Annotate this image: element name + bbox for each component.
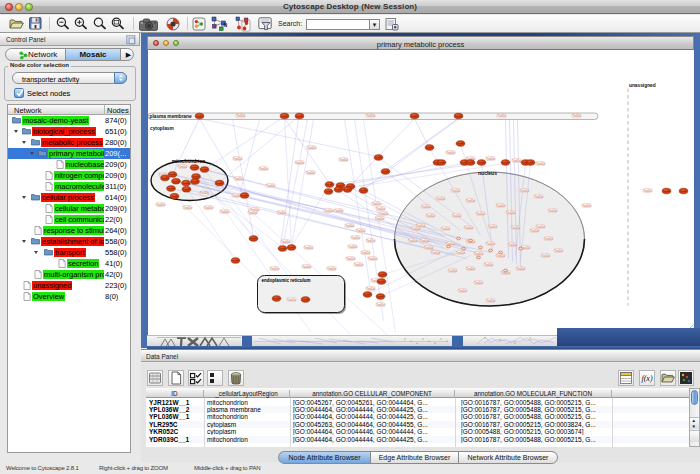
- svg-text:Yxx00x: Yxx00x: [454, 114, 462, 116]
- svg-text:Yxx00x: Yxx00x: [307, 145, 316, 149]
- svg-text:Yxx00x: Yxx00x: [259, 166, 268, 170]
- svg-text:Yxx00x: Yxx00x: [287, 297, 296, 301]
- svg-text:Yxx00x: Yxx00x: [424, 245, 433, 249]
- svg-text:Yxx00x: Yxx00x: [281, 239, 290, 243]
- svg-text:Yxx00x: Yxx00x: [508, 242, 517, 246]
- svg-text:Yxx00x: Yxx00x: [516, 266, 525, 270]
- svg-text:Yxx00x: Yxx00x: [376, 302, 385, 306]
- svg-text:endoplasmic reticulum: endoplasmic reticulum: [261, 277, 310, 282]
- svg-text:Yxx00x: Yxx00x: [582, 203, 591, 207]
- svg-text:Yxx00x: Yxx00x: [411, 226, 420, 230]
- svg-text:Yxx00x: Yxx00x: [520, 188, 529, 192]
- svg-text:Yxx00x: Yxx00x: [345, 223, 354, 227]
- svg-text:Yxx00x: Yxx00x: [278, 247, 286, 249]
- svg-text:Yxx00x: Yxx00x: [348, 244, 357, 248]
- svg-text:Yxx00x: Yxx00x: [182, 188, 190, 190]
- svg-text:Yxx00x: Yxx00x: [431, 250, 440, 254]
- svg-text:Yxx00x: Yxx00x: [456, 250, 465, 254]
- svg-text:Yxx00x: Yxx00x: [368, 256, 377, 260]
- svg-text:Yxx00x: Yxx00x: [195, 114, 203, 116]
- svg-text:Yxx00x: Yxx00x: [295, 114, 303, 116]
- svg-text:Yxx00x: Yxx00x: [548, 208, 557, 212]
- svg-text:unassigned: unassigned: [629, 82, 656, 87]
- svg-text:Yxx00x: Yxx00x: [324, 208, 333, 212]
- svg-text:Yxx00x: Yxx00x: [536, 224, 545, 228]
- svg-text:Yxx00x: Yxx00x: [361, 250, 370, 254]
- svg-text:Yxx00x: Yxx00x: [167, 187, 175, 189]
- svg-text:Yxx00x: Yxx00x: [426, 213, 435, 217]
- svg-text:Yxx00x: Yxx00x: [474, 280, 483, 284]
- svg-text:Yxx00x: Yxx00x: [191, 180, 199, 182]
- svg-text:Yxx00x: Yxx00x: [346, 256, 355, 260]
- svg-text:Yxx00x: Yxx00x: [204, 205, 213, 209]
- svg-text:Yxx00x: Yxx00x: [301, 298, 309, 300]
- svg-text:Yxx00x: Yxx00x: [190, 166, 198, 168]
- svg-text:Yxx00x: Yxx00x: [343, 188, 351, 190]
- svg-text:Yxx00x: Yxx00x: [334, 208, 343, 212]
- svg-text:Yxx00x: Yxx00x: [354, 262, 363, 266]
- svg-text:Yxx00x: Yxx00x: [374, 156, 382, 158]
- svg-text:Yxx00x: Yxx00x: [272, 297, 280, 299]
- svg-text:Yxx00x: Yxx00x: [486, 241, 495, 245]
- svg-text:Yxx00x: Yxx00x: [325, 183, 333, 185]
- svg-text:Yxx00x: Yxx00x: [554, 248, 563, 252]
- svg-text:Yxx00x: Yxx00x: [270, 266, 279, 270]
- svg-text:Yxx00x: Yxx00x: [496, 253, 505, 257]
- svg-text:plasma membrane: plasma membrane: [149, 114, 191, 119]
- svg-text:Yxx00x: Yxx00x: [327, 266, 336, 270]
- svg-text:Yxx00x: Yxx00x: [170, 195, 178, 197]
- svg-text:Yxx00x: Yxx00x: [234, 176, 243, 180]
- svg-text:Yxx00x: Yxx00x: [375, 216, 384, 220]
- svg-text:Yxx00x: Yxx00x: [526, 161, 534, 163]
- svg-text:Yxx00x: Yxx00x: [295, 160, 304, 164]
- svg-text:Yxx00x: Yxx00x: [425, 146, 433, 148]
- svg-text:Yxx00x: Yxx00x: [512, 158, 521, 162]
- svg-text:f(x): f(x): [641, 374, 652, 383]
- svg-text:Yxx00x: Yxx00x: [381, 170, 389, 172]
- svg-text:Yxx00x: Yxx00x: [536, 161, 545, 165]
- svg-text:Yxx00x: Yxx00x: [304, 245, 313, 249]
- svg-text:Yxx00x: Yxx00x: [446, 150, 455, 154]
- svg-text:Yxx00x: Yxx00x: [476, 211, 485, 215]
- svg-text:Yxx00x: Yxx00x: [168, 173, 176, 175]
- svg-text:Yxx00x: Yxx00x: [199, 191, 208, 195]
- svg-text:Yxx00x: Yxx00x: [662, 189, 670, 191]
- svg-text:Yxx00x: Yxx00x: [302, 264, 311, 268]
- svg-text:Yxx00x: Yxx00x: [324, 190, 332, 192]
- svg-text:Yxx00x: Yxx00x: [474, 251, 483, 255]
- svg-text:Yxx00x: Yxx00x: [436, 196, 445, 200]
- svg-text:Yxx00x: Yxx00x: [496, 203, 505, 207]
- svg-text:Yxx00x: Yxx00x: [178, 164, 187, 168]
- svg-text:Yxx00x: Yxx00x: [378, 273, 386, 275]
- svg-text:Yxx00x: Yxx00x: [441, 226, 450, 230]
- svg-text:Yxx00x: Yxx00x: [192, 175, 200, 177]
- svg-text:Yxx00x: Yxx00x: [488, 224, 497, 228]
- svg-text:Yxx00x: Yxx00x: [376, 206, 385, 210]
- svg-text:Yxx00x: Yxx00x: [356, 228, 365, 232]
- svg-text:mitochondrion: mitochondrion: [171, 159, 205, 164]
- svg-text:Yxx00x: Yxx00x: [511, 225, 520, 229]
- svg-text:Yxx00x: Yxx00x: [643, 188, 652, 192]
- svg-text:Yxx00x: Yxx00x: [437, 161, 445, 163]
- svg-text:Yxx00x: Yxx00x: [363, 293, 371, 295]
- svg-text:Yxx00x: Yxx00x: [448, 268, 457, 272]
- svg-text:Yxx00x: Yxx00x: [464, 225, 473, 229]
- svg-text:Yxx00x: Yxx00x: [277, 210, 286, 214]
- svg-text:cytoplasm: cytoplasm: [150, 126, 174, 131]
- svg-text:Yxx00x: Yxx00x: [466, 266, 475, 270]
- svg-text:Yxx00x: Yxx00x: [486, 298, 495, 302]
- svg-text:Yxx00x: Yxx00x: [497, 114, 506, 118]
- svg-text:Yxx00x: Yxx00x: [477, 161, 485, 163]
- svg-text:Yxx00x: Yxx00x: [366, 114, 375, 118]
- svg-text:nucleus: nucleus: [478, 170, 497, 176]
- svg-text:Yxx00x: Yxx00x: [156, 202, 165, 206]
- svg-text:Yxx00x: Yxx00x: [182, 181, 190, 183]
- svg-text:Yxx00x: Yxx00x: [240, 194, 248, 196]
- svg-text:Yxx00x: Yxx00x: [366, 238, 375, 242]
- svg-text:Yxx00x: Yxx00x: [484, 262, 493, 266]
- svg-text:Yxx00x: Yxx00x: [501, 161, 509, 163]
- svg-text:Yxx00x: Yxx00x: [200, 168, 208, 170]
- svg-text:Yxx00x: Yxx00x: [466, 198, 475, 202]
- svg-text:Yxx00x: Yxx00x: [376, 295, 384, 297]
- svg-text:Yxx00x: Yxx00x: [306, 170, 315, 174]
